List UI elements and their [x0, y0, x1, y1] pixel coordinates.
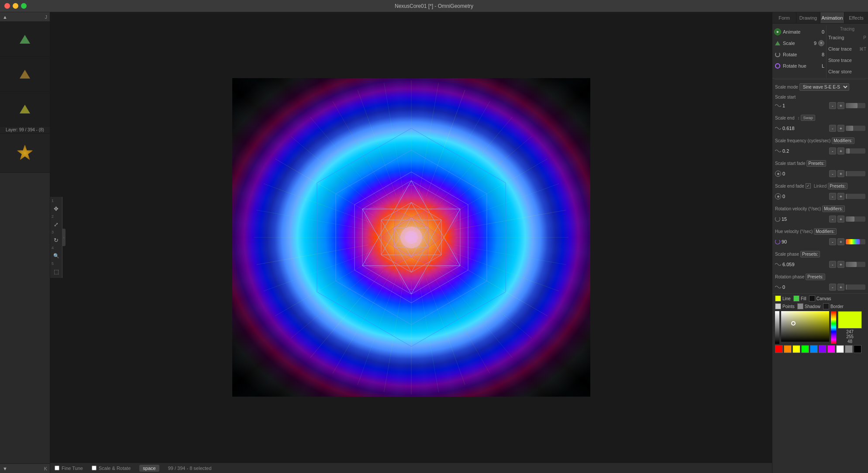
scale-start-fade-minus[interactable]: - [829, 170, 836, 177]
rotation-phase-presets[interactable]: Presets: [806, 274, 825, 280]
border-color-swatch[interactable] [823, 303, 829, 309]
scale-row: Scale 9 ✕ [774, 38, 824, 49]
minimize-button[interactable] [13, 3, 18, 9]
tab-drawing[interactable]: Drawing [796, 12, 820, 23]
scale-freq-plus[interactable]: + [837, 147, 844, 154]
linked-checkbox[interactable]: ✓ [806, 183, 811, 189]
rotation-vel-modifiers[interactable]: Modifiers: [822, 206, 844, 212]
scale-end-minus[interactable]: - [829, 125, 836, 132]
scale-phase-minus[interactable]: - [829, 261, 836, 268]
zoom-tool[interactable]: 🔍 [52, 251, 61, 260]
rotation-phase-minus[interactable]: - [829, 284, 836, 291]
svg-line-8 [454, 210, 566, 230]
scale-rotate-item[interactable]: Scale & Rotate [92, 466, 131, 471]
color-result-swatch[interactable] [838, 311, 862, 329]
svg-line-10 [454, 245, 566, 264]
color-preset-yellow[interactable] [792, 345, 800, 353]
scale-start-plus[interactable]: + [837, 102, 844, 109]
rotation-phase-label: Rotation phase [775, 274, 804, 280]
color-picker-area[interactable]: 247 255 48 [775, 311, 865, 344]
layer-thumb-1[interactable] [0, 22, 50, 57]
canvas-color-swatch[interactable] [809, 295, 815, 302]
tab-bar: Form Drawing Animation Effects [772, 12, 868, 24]
color-preset-purple[interactable] [819, 345, 827, 353]
scale-freq-slider[interactable] [846, 148, 865, 154]
maximize-button[interactable] [21, 3, 27, 9]
scale-tool[interactable]: ⤢ [52, 219, 61, 229]
move-tool[interactable]: ✥ [52, 204, 61, 213]
tools-panel: 1 ✥ 2 ⤢ 3 ↻ 4 🔍 5 ⬚ › [50, 197, 62, 278]
points-color-swatch[interactable] [775, 303, 781, 309]
color-preset-black[interactable] [854, 345, 861, 353]
hue-vel-minus[interactable]: - [829, 238, 836, 245]
color-preset-green[interactable] [801, 345, 809, 353]
scale-end-fade-plus[interactable]: + [837, 193, 844, 200]
tab-effects[interactable]: Effects [844, 12, 868, 23]
hue-vel-modifiers[interactable]: Modifiers: [814, 228, 836, 235]
scale-phase-slider[interactable] [846, 262, 865, 267]
selected-layer-icon [16, 144, 34, 162]
brightness-slider[interactable] [775, 311, 779, 344]
color-preset-red[interactable] [775, 345, 783, 353]
scale-rotate-checkbox[interactable] [92, 466, 96, 470]
fine-tune-item[interactable]: Fine Tune [55, 466, 83, 471]
rotation-phase-slider[interactable] [846, 284, 865, 290]
rotation-vel-plus[interactable]: + [837, 216, 844, 223]
color-preset-blue[interactable] [810, 345, 818, 353]
color-preset-gray[interactable] [845, 345, 853, 353]
scale-phase-section: Scale phase Presets: 6.059 - + [772, 248, 868, 271]
scale-freq-minus[interactable]: - [829, 147, 836, 154]
window-controls[interactable] [4, 3, 27, 9]
scale-start-slider[interactable] [846, 103, 865, 108]
scale-freq-modifiers[interactable]: Modifiers: [832, 137, 854, 144]
scale-end-value: 0.618 [782, 126, 828, 131]
scale-mode-row: Scale mode Sine wave S-E E-S [775, 82, 865, 92]
scale-end-fade-minus[interactable]: - [829, 193, 836, 200]
geometry-canvas[interactable] [232, 78, 590, 397]
layer-selected-thumb[interactable] [0, 134, 50, 173]
shadow-color-item: Shadow [797, 303, 820, 309]
line-color-swatch[interactable] [775, 295, 781, 302]
color-hue-bar[interactable] [831, 311, 836, 344]
rotation-vel-value: 15 [782, 216, 828, 222]
rotation-phase-plus[interactable]: + [837, 284, 844, 291]
fine-tune-checkbox[interactable] [55, 466, 59, 470]
scale-start-fade-plus[interactable]: + [837, 170, 844, 177]
scale-start-minus[interactable]: - [829, 102, 836, 109]
fill-color-swatch[interactable] [793, 295, 799, 302]
rotation-vel-slider[interactable] [846, 216, 865, 222]
collapse-handle[interactable]: › [62, 229, 65, 246]
color-preset-white[interactable] [836, 345, 844, 353]
scale-x-btn[interactable]: ✕ [818, 40, 824, 46]
scale-end-fade-presets[interactable]: Presets: [828, 183, 847, 189]
tab-form[interactable]: Form [772, 12, 796, 23]
close-button[interactable] [4, 3, 10, 9]
layer-thumb-3[interactable] [0, 92, 50, 127]
color-gradient-box[interactable] [781, 311, 829, 342]
svg-line-30 [275, 159, 373, 216]
tab-animation[interactable]: Animation [820, 12, 844, 23]
rotation-phase-section: Rotation phase Presets: 0 - + [772, 271, 868, 293]
rotation-vel-minus[interactable]: - [829, 216, 836, 223]
color-preset-orange[interactable] [784, 345, 792, 353]
scale-start-fade-slider[interactable] [846, 171, 865, 176]
select-tool[interactable]: ⬚ [52, 267, 61, 276]
color-preset-pink[interactable] [827, 345, 835, 353]
canvas-container[interactable]: 1 ✥ 2 ⤢ 3 ↻ 4 🔍 5 ⬚ › [50, 12, 772, 463]
scale-phase-presets[interactable]: Presets: [800, 251, 820, 257]
scale-end-plus[interactable]: + [837, 125, 844, 132]
scale-start-fade-presets[interactable]: Presets: [806, 160, 826, 167]
hue-vel-plus[interactable]: + [837, 238, 844, 245]
scale-mode-dropdown[interactable]: Sine wave S-E E-S [799, 83, 849, 91]
fade-circle-icon [775, 171, 781, 177]
rotate-tool[interactable]: ↻ [52, 235, 61, 245]
scale-end-slider[interactable] [846, 126, 865, 131]
scale-end-fade-slider[interactable] [846, 194, 865, 199]
layer-thumb-2[interactable] [0, 57, 50, 92]
animate-play-btn[interactable]: ▶ [774, 28, 781, 35]
shadow-color-swatch[interactable] [797, 303, 803, 309]
swap-button[interactable]: Swap [801, 115, 815, 121]
rotate-hue-icon [774, 62, 781, 69]
scale-phase-plus[interactable]: + [837, 261, 844, 268]
hue-vel-slider[interactable] [846, 239, 865, 244]
